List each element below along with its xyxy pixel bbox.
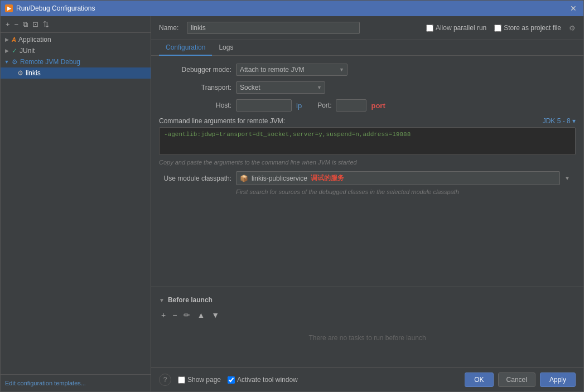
module-dropdown-wrap: ▼ xyxy=(564,175,576,181)
config-tree: ▶ A Application ▶ ✓ JUnit ▼ ⚙ Remote JVM… xyxy=(1,33,151,374)
remove-config-button[interactable]: − xyxy=(13,19,21,30)
tree-label-remote-jvm: Remote JVM Debug xyxy=(20,58,80,66)
dialog-title: Run/Debug Configurations xyxy=(16,4,95,12)
show-page-label[interactable]: Show page xyxy=(178,376,221,384)
store-project-label[interactable]: Store as project file xyxy=(494,24,561,32)
remote-jvm-icon: ⚙ xyxy=(12,58,18,66)
add-config-button[interactable]: + xyxy=(4,19,12,30)
jdk-link[interactable]: JDK 5 - 8 ▾ xyxy=(543,117,576,125)
close-button[interactable]: ✕ xyxy=(568,3,579,13)
name-input[interactable] xyxy=(187,22,360,34)
tree-item-junit[interactable]: ▶ ✓ JUnit xyxy=(1,45,151,56)
cmd-header: Command line arguments for remote JVM: J… xyxy=(159,117,576,125)
before-launch-up-button[interactable]: ▲ xyxy=(195,309,207,321)
cmd-hint: Copy and paste the arguments to the comm… xyxy=(159,159,576,166)
before-launch-empty: There are no tasks to run before launch xyxy=(151,323,583,353)
module-label: Use module classpath: xyxy=(159,175,231,182)
header-options: Allow parallel run Store as project file… xyxy=(426,24,576,32)
before-launch-add-button[interactable]: + xyxy=(159,309,168,321)
transport-row: Transport: Socket Shared memory ▼ xyxy=(159,81,576,94)
application-icon: A xyxy=(12,36,16,43)
module-dropdown-arrow[interactable]: ▼ xyxy=(564,175,570,181)
module-annotation: 调试的服务 xyxy=(311,173,344,183)
debugger-mode-row: Debugger mode: Attach to remote JVM List… xyxy=(159,64,576,76)
transport-label: Transport: xyxy=(159,84,231,91)
config-panel: Debugger mode: Attach to remote JVM List… xyxy=(151,56,583,287)
port-input[interactable] xyxy=(336,99,366,112)
debugger-mode-select[interactable]: Attach to remote JVM Listen to remote JV… xyxy=(236,64,347,76)
app-icon: ▶ xyxy=(5,4,13,12)
tree-item-linkis[interactable]: ⚙ linkis xyxy=(1,67,151,79)
sidebar-toolbar: + − ⧉ ⊡ ⇅ xyxy=(1,16,151,33)
tree-label-junit: JUnit xyxy=(20,47,35,55)
before-launch-section: ▼ Before launch + − ✏ ▲ ▼ There are no t… xyxy=(151,287,583,367)
main-content: Name: Allow parallel run Store as projec… xyxy=(151,16,583,391)
port-label: Port: xyxy=(317,101,331,109)
host-input[interactable] xyxy=(236,99,292,112)
tab-logs[interactable]: Logs xyxy=(212,40,240,56)
module-icon: 📦 xyxy=(240,175,248,182)
module-row: Use module classpath: 📦 linkis-publicser… xyxy=(159,171,576,185)
tree-item-remote-jvm[interactable]: ▼ ⚙ Remote JVM Debug xyxy=(1,56,151,67)
host-label: Host: xyxy=(159,101,231,109)
title-bar: ▶ Run/Debug Configurations ✕ xyxy=(1,1,583,16)
module-hint: First search for sources of the debugged… xyxy=(236,188,576,195)
before-launch-edit-button[interactable]: ✏ xyxy=(181,309,192,321)
transport-select[interactable]: Socket Shared memory xyxy=(236,81,325,94)
cmd-section: Command line arguments for remote JVM: J… xyxy=(159,117,576,166)
cmd-label: Command line arguments for remote JVM: xyxy=(159,117,285,125)
sidebar-footer: Edit configuration templates... xyxy=(1,374,151,391)
name-label: Name: xyxy=(159,24,181,32)
store-project-checkbox[interactable] xyxy=(494,25,501,32)
cancel-button[interactable]: Cancel xyxy=(498,372,535,387)
debugger-mode-select-wrap: Attach to remote JVM Listen to remote JV… xyxy=(236,64,347,76)
sidebar: + − ⧉ ⊡ ⇅ ▶ A Application ▶ ✓ JUnit xyxy=(1,16,151,391)
bottom-right: OK Cancel Apply xyxy=(465,372,576,387)
tree-arrow-remote-jvm: ▼ xyxy=(4,59,9,65)
show-page-checkbox[interactable] xyxy=(178,376,185,384)
host-port-row: Host: ip Port: port xyxy=(159,99,576,112)
before-launch-remove-button[interactable]: − xyxy=(170,309,179,321)
tab-configuration[interactable]: Configuration xyxy=(159,40,212,56)
port-annotation: port xyxy=(371,101,385,110)
move-config-button[interactable]: ⊡ xyxy=(31,19,40,30)
ip-annotation: ip xyxy=(296,101,302,110)
module-name: linkis-publicservice xyxy=(252,175,307,182)
allow-parallel-checkbox[interactable] xyxy=(426,25,433,32)
debugger-mode-label: Debugger mode: xyxy=(159,66,231,74)
ok-button[interactable]: OK xyxy=(465,372,493,387)
name-row: Name: Allow parallel run Store as projec… xyxy=(151,16,583,40)
before-launch-header[interactable]: ▼ Before launch xyxy=(151,293,583,307)
bottom-left: ? Show page Activate tool window xyxy=(159,374,298,386)
tree-item-application[interactable]: ▶ A Application xyxy=(1,34,151,45)
help-button[interactable]: ? xyxy=(159,374,171,386)
before-launch-arrow: ▼ xyxy=(159,297,165,303)
sort-config-button[interactable]: ⇅ xyxy=(41,19,51,30)
activate-tool-window-label[interactable]: Activate tool window xyxy=(228,376,298,384)
tree-label-linkis: linkis xyxy=(26,69,41,77)
before-launch-title: Before launch xyxy=(168,296,213,304)
edit-templates-link[interactable]: Edit configuration templates... xyxy=(5,380,86,386)
tree-label-application: Application xyxy=(18,36,51,43)
allow-parallel-label[interactable]: Allow parallel run xyxy=(426,24,486,32)
before-launch-toolbar: + − ✏ ▲ ▼ xyxy=(151,307,583,323)
before-launch-area: There are no tasks to run before launch xyxy=(151,323,583,367)
junit-icon: ✓ xyxy=(12,47,17,55)
before-launch-down-button[interactable]: ▼ xyxy=(209,309,221,321)
store-gear-icon: ⚙ xyxy=(569,24,576,32)
linkis-icon: ⚙ xyxy=(17,69,23,77)
copy-config-button[interactable]: ⧉ xyxy=(21,19,30,30)
activate-tool-window-checkbox[interactable] xyxy=(228,376,235,384)
tab-bar: Configuration Logs xyxy=(151,40,583,56)
tree-arrow-junit: ▶ xyxy=(4,48,9,54)
tree-arrow-application: ▶ xyxy=(4,37,9,42)
dialog-bottom: ? Show page Activate tool window OK Canc… xyxy=(151,367,583,391)
cmd-textarea[interactable]: -agentlib:jdwp=transport=dt_socket,serve… xyxy=(159,127,576,155)
apply-button[interactable]: Apply xyxy=(540,372,576,387)
module-value: 📦 linkis-publicservice 调试的服务 xyxy=(236,171,560,185)
transport-select-wrap: Socket Shared memory ▼ xyxy=(236,81,325,94)
